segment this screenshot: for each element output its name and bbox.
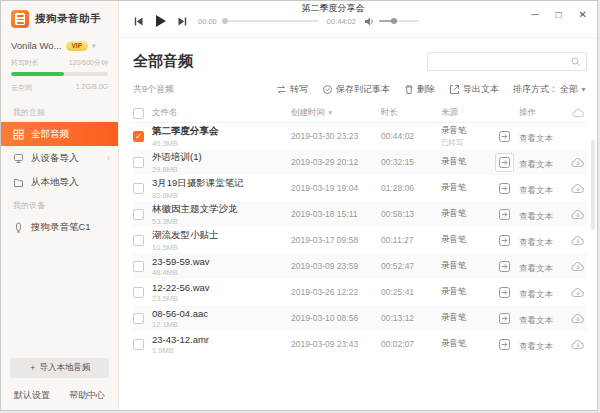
export-text-button[interactable]: 导出文本 bbox=[449, 83, 499, 96]
player-current-time: 00:00 bbox=[198, 17, 217, 26]
nav-section-audio: 我的音频 bbox=[1, 101, 118, 122]
app-title: 搜狗录音助手 bbox=[35, 12, 101, 26]
cloud-download-icon[interactable] bbox=[571, 313, 585, 324]
play-button[interactable] bbox=[154, 14, 167, 28]
minimize-button[interactable]: ─ bbox=[531, 8, 538, 22]
import-local-audio-button[interactable]: ＋ 导入本地音频 bbox=[10, 358, 109, 378]
player-progress-track[interactable] bbox=[223, 20, 319, 22]
sidebar-item-recorder-pen[interactable]: 搜狗录音笔C1 bbox=[1, 215, 118, 239]
main-panel: 第二季度分享会 00:00 00:44:02 ─ □ bbox=[119, 1, 597, 410]
file-title[interactable]: 第二季度分享会 bbox=[152, 125, 219, 138]
sidebar-item-label: 从本地导入 bbox=[31, 176, 79, 189]
select-all-checkbox[interactable] bbox=[133, 108, 144, 119]
view-text-link[interactable]: 查看文本 bbox=[519, 133, 553, 143]
view-text-link[interactable]: 查看文本 bbox=[519, 341, 553, 351]
cloud-download-icon[interactable] bbox=[571, 183, 585, 194]
row-checkbox[interactable]: ✓ bbox=[133, 131, 144, 142]
row-transcribe-button[interactable] bbox=[496, 128, 513, 145]
cloud-download-icon[interactable] bbox=[571, 261, 585, 272]
table-row[interactable]: 23-43-12.amr1.9MB 2019-03-09 23:43 00:02… bbox=[133, 331, 587, 357]
file-duration: 00:44:02 bbox=[381, 131, 441, 141]
user-name[interactable]: Vonila Wo... bbox=[11, 40, 62, 51]
file-title[interactable]: 林徽因主题文学沙龙 bbox=[152, 203, 238, 216]
sort-desc-icon: ▼ bbox=[327, 109, 333, 116]
help-center-link[interactable]: 帮助中心 bbox=[69, 389, 105, 402]
row-checkbox[interactable] bbox=[133, 157, 144, 168]
sort-dropdown[interactable]: 排序方式： 全部 ▼ bbox=[513, 83, 587, 96]
table-row[interactable]: 潮流发型小贴士10.5MB 2019-03-17 09:58 00:11:27 … bbox=[133, 227, 587, 253]
file-title[interactable]: 3月19日摄影课堂笔记 bbox=[152, 177, 244, 190]
row-checkbox[interactable] bbox=[133, 287, 144, 298]
volume-knob[interactable] bbox=[391, 18, 397, 24]
user-menu-caret-icon[interactable]: ▾ bbox=[92, 42, 96, 50]
view-text-link[interactable]: 查看文本 bbox=[519, 185, 553, 195]
file-created: 2019-03-29 20:12 bbox=[291, 157, 381, 167]
row-transcribe-button[interactable] bbox=[496, 336, 513, 353]
maximize-button[interactable]: □ bbox=[556, 8, 562, 22]
table-scrollbar[interactable] bbox=[591, 140, 595, 230]
table-row[interactable]: 23-59-59.wav48.4MB 2019-03-09 23:59 00:5… bbox=[133, 253, 587, 279]
table-row[interactable]: 12-22-56.wav23.5MB 2019-03-26 12:22 00:2… bbox=[133, 279, 587, 305]
table-row[interactable]: ✓ 第二季度分享会40.3MB 2019-03-30 23:23 00:44:0… bbox=[133, 123, 587, 149]
view-text-link[interactable]: 查看文本 bbox=[519, 315, 553, 325]
next-icon bbox=[177, 16, 188, 27]
file-title[interactable]: 外语培训(1) bbox=[152, 151, 202, 164]
cloud-download-icon[interactable] bbox=[571, 287, 585, 298]
prev-track-button[interactable] bbox=[133, 16, 144, 27]
cloud-download-icon[interactable] bbox=[571, 339, 585, 350]
sidebar-item-local-import[interactable]: 从本地导入 bbox=[1, 170, 118, 194]
header-filename[interactable]: 文件名 bbox=[152, 107, 178, 119]
view-text-link[interactable]: 查看文本 bbox=[519, 289, 553, 299]
row-transcribe-button[interactable] bbox=[496, 206, 513, 223]
file-subtitle: 10.5MB bbox=[152, 243, 219, 252]
row-checkbox[interactable] bbox=[133, 183, 144, 194]
row-checkbox[interactable] bbox=[133, 235, 144, 246]
cloud-download-icon[interactable] bbox=[571, 209, 585, 220]
header-created[interactable]: 创建时间▼ bbox=[291, 107, 381, 119]
table-row[interactable]: 3月19日摄影课堂笔记80.6MB 2019-03-19 19:04 01:28… bbox=[133, 175, 587, 201]
quota-value: 1.2G/8.0G bbox=[76, 83, 108, 93]
file-title[interactable]: 23-43-12.amr bbox=[152, 334, 209, 345]
row-transcribe-button[interactable] bbox=[496, 310, 513, 327]
volume-slider[interactable] bbox=[379, 20, 419, 22]
player-progress-knob[interactable] bbox=[222, 18, 228, 24]
table-row[interactable]: 08-56-04.aac12.1MB 2019-03-10 08:56 00:1… bbox=[133, 305, 587, 331]
row-transcribe-button[interactable] bbox=[496, 232, 513, 249]
row-transcribe-button[interactable] bbox=[496, 284, 513, 301]
cloud-download-icon[interactable] bbox=[571, 157, 585, 168]
file-title[interactable]: 08-56-04.aac bbox=[152, 308, 208, 319]
search-box[interactable] bbox=[427, 52, 587, 71]
file-source: 录音笔 bbox=[441, 125, 489, 137]
row-checkbox[interactable] bbox=[133, 261, 144, 272]
file-created: 2019-03-26 12:22 bbox=[291, 287, 381, 297]
sidebar-item-all-audio[interactable]: 全部音频 bbox=[1, 122, 118, 146]
volume-icon[interactable] bbox=[364, 16, 375, 27]
search-input[interactable] bbox=[433, 56, 567, 68]
sidebar-item-label: 搜狗录音笔C1 bbox=[31, 221, 91, 234]
row-checkbox[interactable] bbox=[133, 339, 144, 350]
row-checkbox[interactable] bbox=[133, 313, 144, 324]
file-title[interactable]: 潮流发型小贴士 bbox=[152, 229, 219, 242]
cloud-download-icon[interactable] bbox=[571, 235, 585, 246]
sidebar-item-device-import[interactable]: 从设备导入 › bbox=[1, 146, 118, 170]
next-track-button[interactable] bbox=[177, 16, 188, 27]
table-row[interactable]: 林徽因主题文学沙龙53.3MB 2019-03-18 15:11 00:58:1… bbox=[133, 201, 587, 227]
file-title[interactable]: 23-59-59.wav bbox=[152, 256, 210, 267]
default-settings-link[interactable]: 默认设置 bbox=[14, 389, 50, 402]
row-transcribe-button[interactable] bbox=[496, 258, 513, 275]
view-text-link[interactable]: 查看文本 bbox=[519, 159, 553, 169]
search-icon[interactable] bbox=[571, 57, 581, 67]
view-text-link[interactable]: 查看文本 bbox=[519, 211, 553, 221]
file-created: 2019-03-09 23:59 bbox=[291, 261, 381, 271]
row-transcribe-button[interactable] bbox=[495, 153, 514, 172]
view-text-link[interactable]: 查看文本 bbox=[519, 237, 553, 247]
table-row[interactable]: 外语培训(1)29.8MB 2019-03-29 20:12 00:32:15 … bbox=[133, 149, 587, 175]
row-transcribe-button[interactable] bbox=[496, 180, 513, 197]
view-text-link[interactable]: 查看文本 bbox=[519, 263, 553, 273]
save-to-notes-button[interactable]: 保存到记事本 bbox=[322, 83, 390, 96]
file-title[interactable]: 12-22-56.wav bbox=[152, 282, 210, 293]
row-checkbox[interactable] bbox=[133, 209, 144, 220]
transcribe-button[interactable]: 转写 bbox=[276, 83, 308, 96]
close-button[interactable]: ✕ bbox=[579, 8, 587, 22]
delete-button[interactable]: 删除 bbox=[404, 83, 435, 96]
